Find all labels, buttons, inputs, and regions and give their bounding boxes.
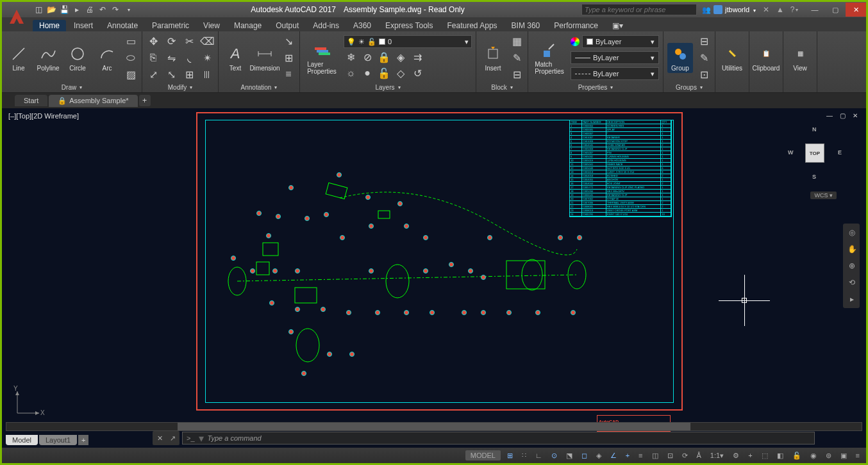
layer-uniso-icon[interactable]: ◇ xyxy=(394,66,408,80)
status-hw-icon[interactable]: ⊚ xyxy=(823,450,834,461)
polyline-button[interactable]: Polyline xyxy=(35,44,61,72)
app-logo[interactable] xyxy=(4,4,29,29)
wcs-label[interactable]: WCS ▾ xyxy=(810,192,837,199)
qat-open-icon[interactable]: 📂 xyxy=(46,4,57,15)
qat-saveas-icon[interactable]: ▸ xyxy=(71,4,83,15)
match-props-button[interactable]: Match Properties xyxy=(532,40,567,75)
new-filetab-button[interactable]: + xyxy=(139,95,151,106)
status-qprops-icon[interactable]: ◧ xyxy=(774,450,786,461)
compass-n[interactable]: N xyxy=(812,126,817,133)
layout-tab-layout1[interactable]: Layout1 xyxy=(39,435,77,445)
layout-tab-model[interactable]: Model xyxy=(6,435,38,445)
steering-wheel-icon[interactable]: ◎ xyxy=(846,226,858,239)
group-button[interactable]: Group xyxy=(667,43,693,73)
scrollbar-horizontal[interactable] xyxy=(6,422,862,431)
layer-selector[interactable]: 💡 ☀ 🔓 0 ▾ xyxy=(344,35,472,48)
status-clean-icon[interactable]: ▣ xyxy=(838,450,849,461)
layer-freeze-icon[interactable]: ❄ xyxy=(344,50,358,64)
qat-undo-icon[interactable]: ↶ xyxy=(97,4,108,15)
panel-layers-label[interactable]: Layers xyxy=(304,82,472,92)
tab-insert[interactable]: Insert xyxy=(67,20,99,31)
compass-w[interactable]: W xyxy=(788,149,794,156)
minimize-button[interactable]: — xyxy=(805,3,825,17)
orbit-icon[interactable]: ⟲ xyxy=(846,276,858,289)
layer-iso-icon[interactable]: ◈ xyxy=(394,50,408,64)
dimension-button[interactable]: Dimension xyxy=(252,44,278,72)
linetype-selector[interactable]: ByLayer▾ xyxy=(571,67,659,80)
stretch-icon[interactable]: ⤢ xyxy=(146,67,160,81)
status-iso-icon[interactable]: ⬔ xyxy=(563,450,575,461)
command-line[interactable]: >_ ▾ Type a command xyxy=(182,432,815,445)
scale-icon[interactable]: ⤡ xyxy=(164,67,178,81)
qat-plot-icon[interactable]: 🖨 xyxy=(84,4,96,15)
qat-save-icon[interactable]: 💾 xyxy=(58,4,70,15)
panel-properties-label[interactable]: Properties xyxy=(532,82,659,92)
cmdline-recent-icon[interactable]: ↗ xyxy=(167,432,178,444)
array-icon[interactable]: ⊞ xyxy=(182,67,196,81)
tab-home[interactable]: Home xyxy=(33,20,66,31)
panel-block-label[interactable]: Block xyxy=(480,82,524,92)
filetab-start[interactable]: Start xyxy=(15,95,47,106)
doc-restore-icon[interactable]: ▢ xyxy=(837,111,848,120)
viewport-controls[interactable]: [–][Top][2D Wireframe] xyxy=(8,112,79,120)
zoom-extents-icon[interactable]: ⊕ xyxy=(846,259,858,272)
layer-prev-icon[interactable]: ↺ xyxy=(410,66,424,80)
compass-e[interactable]: E xyxy=(838,149,842,156)
rotate-icon[interactable]: ⟳ xyxy=(164,34,178,48)
maximize-button[interactable]: ▢ xyxy=(825,3,846,17)
view-button[interactable]: ▦View xyxy=(787,44,813,72)
layout-add-button[interactable]: + xyxy=(78,435,88,445)
status-sc-icon[interactable]: ⟳ xyxy=(680,450,690,461)
viewcube[interactable]: TOP N S E W xyxy=(789,127,840,179)
tab-a360[interactable]: A360 xyxy=(347,20,378,31)
status-grid-icon[interactable]: ⊞ xyxy=(505,450,515,461)
qat-new-icon[interactable]: ◫ xyxy=(33,4,44,15)
text-button[interactable]: AText xyxy=(222,44,248,72)
layer-on-icon[interactable]: ● xyxy=(360,66,374,80)
explode-icon[interactable]: ✴ xyxy=(200,51,214,65)
layer-properties-button[interactable]: Layer Properties xyxy=(304,40,340,75)
status-custom-icon[interactable]: ≡ xyxy=(853,450,862,461)
arc-button[interactable]: Arc xyxy=(94,44,120,72)
leader-icon[interactable]: ↘ xyxy=(281,34,296,48)
showmotion-icon[interactable]: ▸ xyxy=(846,293,858,306)
pan-icon[interactable]: ✋ xyxy=(846,243,858,256)
layer-lock-icon[interactable]: 🔒 xyxy=(377,50,391,64)
fillet-icon[interactable]: ◟ xyxy=(182,51,196,65)
group-sel-icon[interactable]: ⊡ xyxy=(697,67,711,81)
tab-annotate[interactable]: Annotate xyxy=(101,20,144,31)
panel-modify-label[interactable]: Modify xyxy=(146,82,214,92)
lineweight-selector[interactable]: ByLayer▾ xyxy=(571,51,659,64)
offset-icon[interactable]: ⫼ xyxy=(200,67,214,81)
status-annomon-icon[interactable]: + xyxy=(746,450,755,461)
status-polar-icon[interactable]: ⊙ xyxy=(549,450,560,461)
status-anno-icon[interactable]: Å xyxy=(694,450,704,461)
layer-match-icon[interactable]: ⇉ xyxy=(410,50,424,64)
ungroup-icon[interactable]: ⊟ xyxy=(697,34,711,48)
paste-button[interactable]: 📋Clipboard xyxy=(753,44,779,72)
rect-icon[interactable]: ▭ xyxy=(124,34,138,48)
compass-s[interactable]: S xyxy=(812,174,816,180)
tab-addins[interactable]: Add-ins xyxy=(306,20,346,31)
ellipse-icon[interactable]: ⬭ xyxy=(124,51,138,65)
status-isolate-icon[interactable]: ◉ xyxy=(808,450,819,461)
status-lock-icon[interactable]: 🔓 xyxy=(790,450,804,461)
layer-thaw-icon[interactable]: ☼ xyxy=(344,66,358,80)
mirror-icon[interactable]: ⇋ xyxy=(164,51,178,65)
move-icon[interactable]: ✥ xyxy=(146,34,160,48)
tab-express[interactable]: Express Tools xyxy=(379,20,439,31)
measure-button[interactable]: 📏Utilities xyxy=(719,44,745,72)
status-model[interactable]: MODEL xyxy=(465,450,501,461)
a360-icon[interactable]: ▲ xyxy=(775,4,785,15)
status-snap-icon[interactable]: ∷ xyxy=(519,450,529,461)
status-ortho-icon[interactable]: ∟ xyxy=(533,450,545,461)
tab-view[interactable]: View xyxy=(197,20,226,31)
attr-icon[interactable]: ⊟ xyxy=(510,67,524,81)
status-dyn-icon[interactable]: + xyxy=(623,450,632,461)
tab-manage[interactable]: Manage xyxy=(228,20,268,31)
tab-parametric[interactable]: Parametric xyxy=(146,20,196,31)
viewcube-face[interactable]: TOP xyxy=(805,143,824,163)
panel-draw-label[interactable]: Draw xyxy=(6,82,138,92)
group-edit-icon[interactable]: ✎ xyxy=(697,51,711,65)
filetab-current[interactable]: 🔒Assembly Sample* xyxy=(49,95,137,107)
